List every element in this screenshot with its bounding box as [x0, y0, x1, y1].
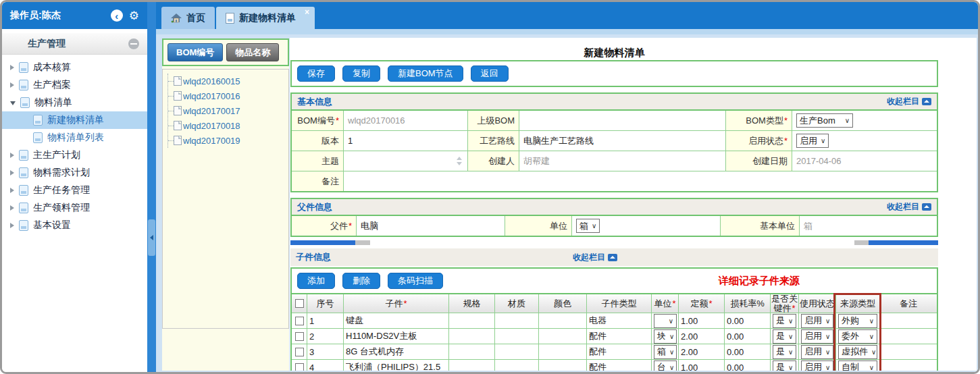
- unit-select[interactable]: [654, 314, 677, 328]
- key-select[interactable]: 是: [773, 345, 796, 359]
- collapse-section-link[interactable]: 收起栏目: [887, 201, 931, 213]
- page-icon: [174, 91, 182, 101]
- select-all-checkbox[interactable]: [295, 299, 304, 308]
- sidebar-group-production[interactable]: 生产管理: [2, 33, 147, 55]
- source-type-select[interactable]: 外购: [838, 314, 877, 328]
- bom-tree-node-label[interactable]: wlqd20170018: [183, 121, 240, 131]
- bom-type-select[interactable]: 生产Bom: [796, 113, 853, 128]
- loss-cell[interactable]: 0.00: [724, 328, 770, 344]
- page-icon: [174, 136, 182, 145]
- collapse-up-icon: [608, 254, 617, 261]
- scrollbar-right[interactable]: [854, 240, 938, 245]
- bom-tree-node[interactable]: wlqd20170018: [168, 118, 287, 133]
- chevron-right-icon: [10, 170, 14, 176]
- parent-item-field[interactable]: 电脑: [356, 216, 505, 236]
- bom-tree-node[interactable]: wlqd20170016: [168, 88, 287, 103]
- bom-no-field[interactable]: wlqd20170016: [343, 111, 467, 130]
- quota-cell[interactable]: 2.00: [678, 344, 724, 359]
- minus-circle-icon[interactable]: [128, 38, 139, 49]
- back-button[interactable]: 返回: [471, 65, 509, 82]
- child-name-cell[interactable]: 键盘: [343, 313, 448, 328]
- collapse-section-link[interactable]: 收起栏目: [887, 96, 931, 107]
- chevron-right-icon: [10, 82, 14, 88]
- sidebar-item-bom-list[interactable]: 物料清单列表: [2, 129, 147, 146]
- row-checkbox[interactable]: [295, 363, 304, 371]
- quota-cell[interactable]: 1.00: [678, 359, 724, 371]
- unit-select[interactable]: 箱: [654, 345, 677, 359]
- bom-tree-node-label[interactable]: wlqd20170017: [183, 106, 240, 116]
- item-name-tab-button[interactable]: 物品名称: [226, 43, 279, 61]
- document-icon: [19, 80, 28, 90]
- bom-tree-node-label[interactable]: wlqd20170019: [183, 136, 240, 146]
- splitter-collapse-handle[interactable]: [148, 219, 155, 256]
- loss-cell[interactable]: 0.00: [724, 313, 770, 328]
- remark-field[interactable]: [343, 171, 937, 191]
- key-select[interactable]: 是: [773, 329, 796, 344]
- row-checkbox[interactable]: [295, 317, 304, 325]
- key-select[interactable]: 是: [773, 314, 796, 328]
- source-type-select[interactable]: 虚拟件: [838, 345, 877, 359]
- barcode-scan-button[interactable]: 条码扫描: [388, 273, 443, 289]
- child-name-cell[interactable]: H110M-DS2V主板: [343, 328, 448, 344]
- row-checkbox[interactable]: [295, 332, 304, 341]
- status-select[interactable]: 启用: [801, 360, 833, 371]
- copy-button[interactable]: 复制: [342, 65, 380, 82]
- gear-icon[interactable]: ⚙: [129, 9, 139, 23]
- document-icon: [19, 167, 28, 178]
- route-field[interactable]: 电脑生产工艺路线: [519, 131, 725, 151]
- close-icon[interactable]: ×: [305, 7, 309, 17]
- unit-select[interactable]: 块: [654, 329, 677, 344]
- bom-tree-node-label[interactable]: wlqd20160015: [183, 76, 240, 86]
- key-select[interactable]: 是: [773, 360, 796, 371]
- bom-number-tab-button[interactable]: BOM编号: [167, 43, 223, 61]
- child-toolbar: 添加 删除 条码扫描 详细记录子件来源: [292, 269, 937, 293]
- sidebar-item-mrp[interactable]: 物料需求计划: [2, 164, 147, 182]
- add-row-button[interactable]: 添加: [297, 273, 335, 289]
- panel-splitter[interactable]: [147, 2, 156, 372]
- bom-tree-node[interactable]: wlqd20170019: [168, 133, 287, 148]
- child-name-cell[interactable]: 8G 台式机内存: [343, 344, 448, 359]
- sidebar-item-picking-mgmt[interactable]: 生产领料管理: [2, 199, 147, 217]
- bom-tree-node[interactable]: wlqd20160015: [168, 74, 287, 88]
- status-select[interactable]: 启用: [801, 329, 833, 344]
- scrollbar-left[interactable]: [290, 240, 370, 245]
- col-no: 序号: [307, 294, 343, 313]
- bom-tree-node-label[interactable]: wlqd20170016: [183, 91, 240, 101]
- sidebar-item-task-mgmt[interactable]: 生产任务管理: [2, 182, 147, 199]
- sidebar-item-production-archive[interactable]: 生产档案: [2, 76, 147, 94]
- unit-select[interactable]: 台: [654, 360, 677, 371]
- source-type-select[interactable]: 委外: [838, 329, 877, 344]
- version-field[interactable]: 1: [343, 131, 467, 151]
- sidebar-item-new-bom[interactable]: 新建物料清单: [2, 111, 147, 129]
- page-icon: [174, 106, 182, 115]
- new-bom-node-button[interactable]: 新建BOM节点: [388, 65, 463, 82]
- resize-handle-icon[interactable]: [457, 157, 463, 165]
- status-select[interactable]: 启用: [801, 345, 833, 359]
- loss-cell[interactable]: 0.00: [724, 359, 770, 371]
- row-checkbox[interactable]: [295, 348, 304, 356]
- tab-new-bom[interactable]: 新建物料清单 ×: [216, 7, 315, 29]
- loss-cell[interactable]: 0.00: [724, 344, 770, 359]
- quota-cell[interactable]: 2.00: [678, 328, 724, 344]
- bom-filter-box: BOM编号 物品名称: [162, 38, 289, 66]
- subject-label: 主题: [321, 155, 339, 167]
- parent-bom-field[interactable]: [519, 111, 725, 130]
- bom-tree-node[interactable]: wlqd20170017: [168, 103, 287, 118]
- subject-field[interactable]: [343, 151, 467, 171]
- collapse-section-link[interactable]: 收起栏目: [573, 252, 617, 263]
- sidebar-item-master-plan[interactable]: 主生产计划: [2, 146, 147, 164]
- save-button[interactable]: 保存: [297, 65, 335, 82]
- source-type-select[interactable]: 自制: [838, 360, 877, 371]
- collapse-back-icon[interactable]: ‹: [111, 9, 123, 22]
- child-name-cell[interactable]: 飞利浦（PHILIPS）21.5: [343, 359, 448, 371]
- delete-row-button[interactable]: 删除: [342, 273, 380, 289]
- unit-select[interactable]: 箱: [576, 219, 600, 233]
- sidebar-item-basic-settings[interactable]: 基本设置: [2, 217, 147, 234]
- sidebar-item-cost-accounting[interactable]: 成本核算: [2, 59, 147, 76]
- sidebar-item-bom[interactable]: 物料清单: [2, 94, 147, 111]
- quota-cell[interactable]: 1.00: [678, 313, 724, 328]
- tab-home[interactable]: 首页: [161, 7, 215, 29]
- sidebar-item-label: 物料清单: [34, 97, 72, 109]
- status-select[interactable]: 启用: [796, 134, 829, 148]
- status-select[interactable]: 启用: [801, 314, 833, 328]
